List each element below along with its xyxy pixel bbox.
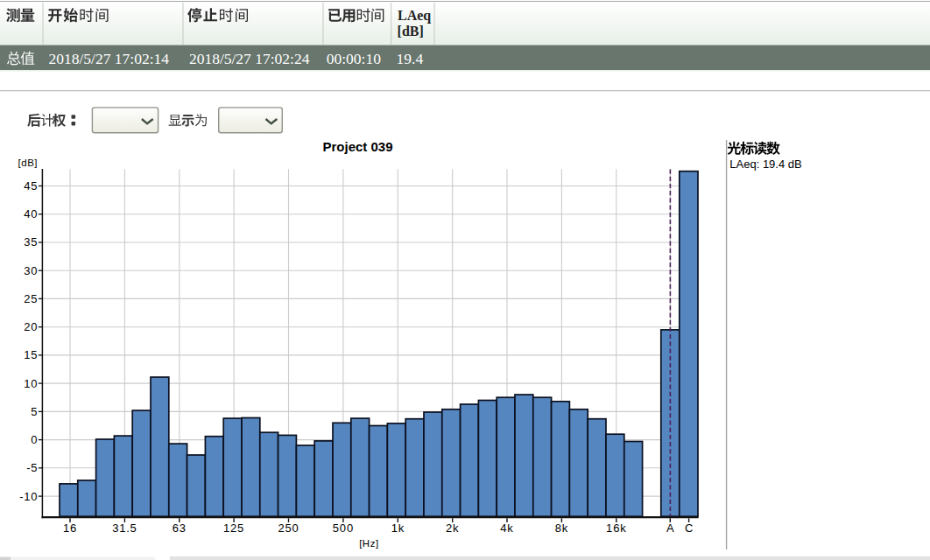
svg-text:10: 10 [24,377,38,390]
svg-text:[dB]: [dB] [18,158,38,168]
svg-text:LAeq: LAeq [398,8,431,24]
svg-text:35: 35 [24,235,38,248]
svg-text:45: 45 [24,179,38,192]
svg-text:[Hz]: [Hz] [359,538,378,549]
svg-text:16k: 16k [606,522,626,535]
svg-text:31.5: 31.5 [112,522,137,535]
svg-text:Project 039: Project 039 [322,139,392,154]
svg-text:63: 63 [173,522,187,535]
svg-text:125: 125 [223,522,244,535]
svg-text:LAeq: 19.4 dB: LAeq: 19.4 dB [729,158,801,171]
svg-text:500: 500 [333,522,354,535]
svg-text:5: 5 [31,405,38,418]
svg-text:-10: -10 [19,490,38,503]
svg-text:2k: 2k [446,522,459,535]
svg-text:30: 30 [24,264,38,277]
svg-text:0: 0 [31,433,38,446]
svg-text:A: A [666,522,674,535]
svg-text:4k: 4k [500,522,513,535]
svg-text:15: 15 [24,348,38,361]
svg-text:-5: -5 [26,461,38,474]
svg-text:250: 250 [278,522,299,535]
svg-text:2018/5/27 17:02:24: 2018/5/27 17:02:24 [189,50,310,67]
svg-text:16: 16 [63,522,77,535]
svg-text:8k: 8k [555,522,568,535]
svg-text:C: C [685,522,693,535]
svg-text:19.4: 19.4 [397,50,424,67]
svg-text:[dB]: [dB] [398,24,424,38]
svg-text:1k: 1k [391,522,405,535]
svg-text:2018/5/27 17:02:14: 2018/5/27 17:02:14 [49,50,170,67]
svg-text:25: 25 [24,292,38,305]
svg-text:20: 20 [24,320,38,333]
svg-text:40: 40 [24,207,38,220]
svg-text:00:00:10: 00:00:10 [327,50,381,67]
